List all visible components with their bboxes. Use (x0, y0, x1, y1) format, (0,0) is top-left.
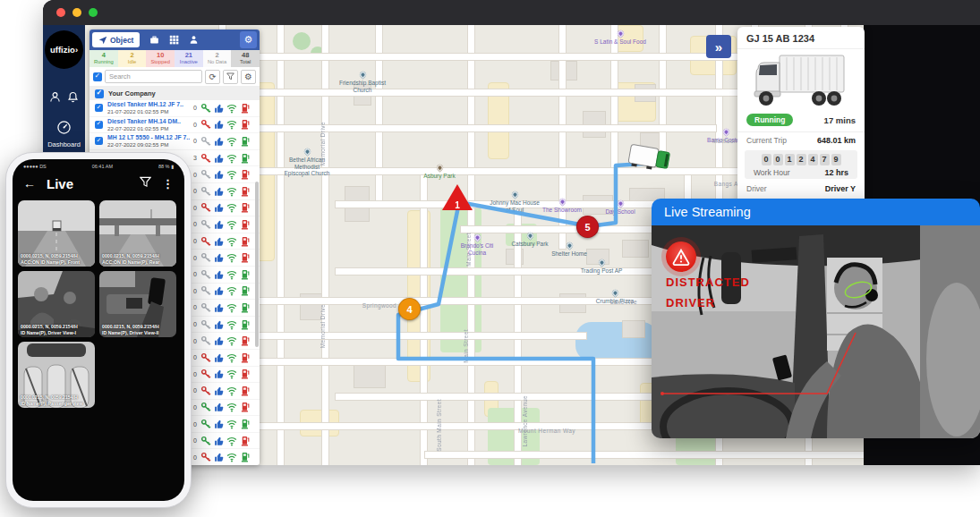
vehicle-status-icons (200, 452, 251, 462)
live-stream-video[interactable]: DISTRACTED DRIVER (652, 225, 980, 438)
vehicle-count: 0 (190, 138, 200, 144)
filter-icon[interactable] (140, 175, 151, 191)
vehicle-timestamp: 22-07-2022 01:02:55 PM (107, 125, 190, 131)
ignition-key-icon (200, 285, 211, 296)
camera-tile[interactable]: 0000.0215, N, 0059.2154/HID Name(P), Pas… (18, 342, 95, 408)
group-label: Your Company (108, 89, 156, 97)
ignition-key-icon (200, 335, 211, 346)
battery-charge-icon (240, 252, 251, 263)
ignition-key-icon (200, 202, 211, 213)
vehicle-row[interactable]: Diesel Tanker MH.14 DM..22-07-2022 01:02… (89, 117, 260, 134)
map-building (622, 240, 649, 258)
poi-pin-icon (565, 242, 574, 250)
tab-object[interactable]: Object (92, 32, 140, 47)
status-count-total[interactable]: 48Total (231, 50, 260, 67)
current-trip-row: Current Trip 648.01 km (737, 132, 865, 148)
notifications-bell-icon[interactable] (67, 91, 79, 103)
odometer-digit: 2 (797, 154, 806, 165)
vehicle-row[interactable]: Diesel Tanker MH.12 JF 7..21-07-2022 01:… (89, 100, 260, 117)
work-hour-label: Work Hour (754, 168, 789, 177)
tab-driver-icon[interactable] (189, 35, 199, 45)
expand-panel-button[interactable]: » (706, 35, 731, 58)
minimize-window-button[interactable] (72, 8, 81, 17)
status-count-inactive[interactable]: 21Inactive (175, 50, 203, 67)
sidebar-item-dashboard[interactable]: Dashboard (43, 120, 85, 148)
vehicle-status-icons (200, 319, 251, 330)
driver-value: Driver Y (825, 184, 856, 193)
route-marker-5[interactable]: 5 (576, 216, 599, 238)
vehicle-status-icons (200, 269, 251, 280)
panel-settings-button[interactable]: ⚙ (240, 31, 257, 48)
overflow-menu-icon[interactable]: ⋮ (162, 177, 174, 191)
route-marker-4[interactable]: 4 (398, 298, 421, 320)
marker-label: 1 (455, 200, 460, 210)
battery-charge-icon (240, 169, 251, 180)
vehicle-name[interactable]: Diesel Tanker MH.12 JF 7.. (107, 101, 190, 108)
battery-charge-icon (240, 402, 251, 412)
odometer: 0012479 (746, 154, 856, 165)
status-count-no-data[interactable]: 2No Data (203, 50, 232, 67)
company-group-row[interactable]: Your Company (89, 87, 260, 100)
driver-thumb-icon (214, 436, 225, 446)
panel-scrollbar[interactable] (255, 182, 259, 347)
vehicle-plate: GJ 15 AB 1234 (737, 27, 865, 49)
alert-line-1: DISTRACTED (666, 272, 750, 292)
phone-screen: ●●●●● DS 06:41 AM 88 % ▮ ← Live ⋮ 0000.0… (13, 159, 184, 501)
gps-signal-icon (226, 269, 237, 280)
gps-signal-icon (226, 252, 237, 263)
vehicle-row[interactable]: MH 12 LT 5550 - MH.12 JF 7..22-07-2022 0… (89, 133, 260, 150)
status-count-running[interactable]: 4Running (89, 50, 118, 67)
vehicle-status-icons (200, 386, 251, 396)
gps-signal-icon (226, 202, 237, 213)
refresh-button[interactable]: ⟳ (205, 70, 220, 84)
camera-tile[interactable]: 0000.0215, N, 0059.2154/HID Name(P), Dri… (18, 271, 95, 337)
maximize-window-button[interactable] (89, 8, 98, 17)
battery-charge-icon (240, 269, 251, 280)
odometer-digit: 4 (808, 154, 818, 165)
battery-charge-icon (240, 352, 251, 363)
select-all-checkbox[interactable] (93, 72, 102, 81)
vehicle-name[interactable]: Diesel Tanker MH.14 DM.. (107, 118, 190, 125)
filter-button[interactable] (223, 70, 238, 84)
driver-thumb-icon (214, 319, 225, 330)
row-checkbox[interactable] (95, 137, 103, 145)
search-input[interactable] (105, 70, 202, 83)
camera-caption: 0000.0215, N, 0059.2154/HACC:ON ID Name(… (99, 251, 176, 267)
group-checkbox[interactable] (95, 89, 104, 98)
back-icon[interactable]: ← (23, 176, 36, 191)
camera-caption: 0000.0215, N, 0059.2154/HID Name(P), Dri… (99, 322, 176, 337)
driver-label: Driver (746, 184, 767, 193)
camera-caption: 0000.0215, N, 0059.2154/HID Name(P), Dri… (18, 322, 95, 337)
tab-grid-icon[interactable] (169, 35, 179, 45)
status-count-stopped[interactable]: 10Stopped (146, 50, 175, 67)
camera-tile[interactable]: 0000.0215, N, 0059.2154/HACC:ON ID Name(… (99, 200, 176, 267)
list-settings-button[interactable]: ⚙ (241, 70, 256, 84)
camera-grid: 0000.0215, N, 0059.2154/HACC:ON ID Name(… (13, 196, 184, 412)
gps-signal-icon (226, 153, 237, 164)
row-checkbox[interactable] (95, 121, 103, 129)
app-logo[interactable]: uffizio› (45, 30, 83, 69)
odometer-digit: 1 (785, 154, 795, 165)
vehicle-status-icons (200, 436, 251, 446)
vehicle-name[interactable]: MH 12 LT 5550 - MH.12 JF 7.. (107, 134, 190, 141)
tab-briefcase-icon[interactable] (149, 35, 159, 45)
status-row: Running 17 mins (737, 112, 865, 132)
user-icon[interactable] (49, 91, 61, 103)
close-window-button[interactable] (56, 8, 65, 17)
gps-signal-icon (226, 302, 237, 313)
gps-signal-icon (226, 319, 237, 330)
battery-charge-icon (240, 436, 251, 446)
ignition-key-icon (200, 402, 211, 412)
camera-tile[interactable]: 0000.0215, N, 0059.2154/HID Name(P), Dri… (99, 271, 176, 337)
map-area-commercial (407, 210, 430, 382)
status-count-idle[interactable]: 2Idle (118, 50, 147, 67)
map-tree (293, 32, 311, 50)
row-checkbox[interactable] (95, 104, 103, 112)
marker-label: 4 (406, 304, 412, 315)
object-tab-label: Object (110, 36, 133, 45)
warning-triangle-icon (666, 242, 696, 272)
camera-tile[interactable]: 0000.0215, N, 0059.2154/HACC:ON ID Name(… (18, 200, 95, 267)
gps-signal-icon (226, 285, 237, 296)
count-label: No Data (203, 59, 232, 65)
driver-thumb-icon (214, 419, 225, 429)
